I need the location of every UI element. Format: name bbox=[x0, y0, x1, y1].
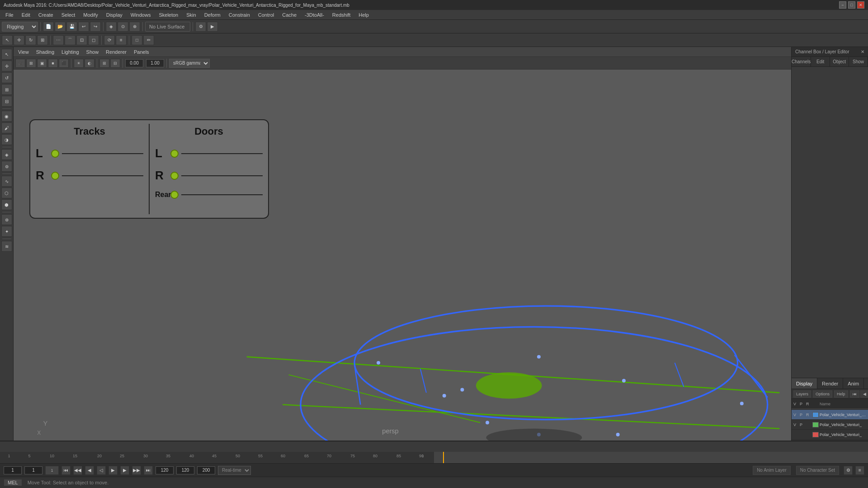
sculpt-left[interactable]: ◑ bbox=[1, 134, 12, 145]
history-button[interactable]: ⟳ bbox=[104, 35, 115, 45]
vp-menu-shading[interactable]: Shading bbox=[34, 49, 56, 55]
pb-go-end[interactable]: ⏭ bbox=[144, 466, 153, 475]
layers-menu-btn[interactable]: Layers bbox=[793, 390, 811, 398]
vp-hud-button[interactable]: ⊟ bbox=[110, 59, 120, 68]
menu-windows[interactable]: Windows bbox=[127, 11, 155, 19]
vp-menu-lighting[interactable]: Lighting bbox=[60, 49, 81, 55]
options-menu-btn[interactable]: Options bbox=[813, 390, 832, 398]
range-end-input[interactable] bbox=[176, 466, 194, 474]
vp-menu-renderer[interactable]: Renderer bbox=[104, 49, 128, 55]
no-anim-layer-btn[interactable]: No Anim Layer bbox=[753, 466, 791, 475]
vp-grid-button[interactable]: ⊞ bbox=[99, 59, 109, 68]
current-frame-input[interactable] bbox=[4, 466, 22, 474]
transform-tool-left[interactable]: ⊟ bbox=[1, 96, 12, 107]
rotate-tool-left[interactable]: ↺ bbox=[1, 72, 12, 83]
vp-menu-panels[interactable]: Panels bbox=[132, 49, 151, 55]
layer-row-1[interactable]: V P Polar_Vehicle_Venturi_ bbox=[792, 420, 868, 430]
joint-tool-left[interactable]: ✦ bbox=[1, 226, 12, 237]
scale-tool-left[interactable]: ⊞ bbox=[1, 84, 12, 95]
timeline[interactable]: 1 5 10 15 20 25 30 35 40 45 50 55 60 65 … bbox=[0, 441, 868, 463]
tab-edit[interactable]: Edit bbox=[811, 57, 830, 66]
move-tool-button[interactable]: ✛ bbox=[14, 35, 24, 45]
menu-select[interactable]: Select bbox=[58, 11, 79, 19]
end-frame-input[interactable] bbox=[156, 466, 174, 474]
save-button[interactable]: 💾 bbox=[66, 22, 77, 32]
vp-shade-button[interactable]: ■ bbox=[48, 59, 58, 68]
extra-tool-left[interactable]: ≋ bbox=[1, 241, 12, 252]
gamma-select[interactable]: sRGB gamma bbox=[169, 59, 210, 68]
minimize-button[interactable]: − bbox=[839, 1, 846, 9]
show-hide-left[interactable]: ◈ bbox=[1, 149, 12, 160]
help-menu-btn[interactable]: Help bbox=[834, 390, 848, 398]
select-tool[interactable]: ◈ bbox=[106, 22, 117, 32]
tab-show[interactable]: Show bbox=[849, 57, 868, 66]
tracks-l-circle[interactable] bbox=[51, 150, 59, 158]
attr-editor-button[interactable]: ≡ bbox=[116, 35, 127, 45]
close-button[interactable]: ✕ bbox=[857, 1, 864, 9]
layer-0-p[interactable]: P bbox=[800, 413, 805, 417]
tab-channels[interactable]: Channels bbox=[792, 57, 811, 66]
vp-texture-button[interactable]: ⬛ bbox=[59, 59, 69, 68]
menu-cache[interactable]: Cache bbox=[278, 11, 300, 19]
new-scene-button[interactable]: 📄 bbox=[43, 22, 54, 32]
tracks-r-circle[interactable] bbox=[51, 172, 59, 180]
timeline-indicator[interactable] bbox=[443, 452, 444, 463]
move-tool-left[interactable]: ✛ bbox=[1, 61, 12, 71]
redo-button[interactable]: ↪ bbox=[90, 22, 101, 32]
max-frame-input[interactable] bbox=[197, 466, 215, 474]
pb-play-back[interactable]: ◁ bbox=[97, 466, 106, 475]
poly-tool-left[interactable]: ⬢ bbox=[1, 199, 12, 210]
doors-r-circle[interactable] bbox=[170, 172, 179, 180]
layer-0-v[interactable]: V bbox=[793, 413, 799, 417]
menu-skin[interactable]: Skin bbox=[183, 11, 199, 19]
menu-create[interactable]: Create bbox=[35, 11, 57, 19]
timeline-bar[interactable] bbox=[434, 452, 868, 463]
snap-to-curve[interactable]: ⌒ bbox=[65, 35, 75, 45]
script-mode[interactable]: MEL bbox=[4, 479, 22, 486]
menu-skeleton[interactable]: Skeleton bbox=[155, 11, 182, 19]
mode-dropdown[interactable]: Rigging bbox=[2, 22, 38, 32]
undo-button[interactable]: ↩ bbox=[78, 22, 89, 32]
vp-xray-button[interactable]: ⊠ bbox=[26, 59, 36, 68]
menu-help[interactable]: Help bbox=[355, 11, 373, 19]
tab-anim[interactable]: Anim bbox=[843, 378, 864, 389]
doors-l-circle[interactable] bbox=[170, 150, 179, 158]
right-panel-close[interactable]: ✕ bbox=[861, 49, 864, 54]
menu-3dtoa[interactable]: -3DtoAll- bbox=[301, 11, 328, 19]
layer-0-r[interactable]: R bbox=[806, 413, 811, 417]
pb-next-key[interactable]: ▶▶ bbox=[132, 466, 141, 475]
menu-control[interactable]: Control bbox=[255, 11, 278, 19]
vp-menu-view[interactable]: View bbox=[16, 49, 31, 55]
vp-shadow-button[interactable]: ◐ bbox=[85, 59, 94, 68]
select-tool-left[interactable]: ↖ bbox=[1, 49, 12, 60]
layer-1-color[interactable] bbox=[812, 422, 819, 427]
playback-extra-2[interactable]: ≡ bbox=[855, 466, 864, 475]
curve-tool-left[interactable]: ∿ bbox=[1, 176, 12, 187]
snap-to-point[interactable]: ⊡ bbox=[76, 35, 87, 45]
isolate-left[interactable]: ⊚ bbox=[1, 161, 12, 172]
pb-next-frame[interactable]: ▶ bbox=[120, 466, 129, 475]
select-mode-button[interactable]: ↖ bbox=[2, 35, 13, 45]
quick-sel-button[interactable]: □ bbox=[132, 35, 142, 45]
playback-extra-1[interactable]: ⚙ bbox=[844, 466, 853, 475]
start-frame-input[interactable] bbox=[24, 466, 42, 474]
no-char-set-btn[interactable]: No Character Set bbox=[796, 466, 839, 475]
maximize-button[interactable]: □ bbox=[848, 1, 855, 9]
snap-to-surface[interactable]: ◻ bbox=[88, 35, 99, 45]
canvas-area[interactable]: Tracks L R bbox=[14, 70, 791, 441]
render-button[interactable]: ▶ bbox=[207, 22, 218, 32]
doors-rear-circle[interactable] bbox=[170, 191, 179, 199]
layer-1-v[interactable]: V bbox=[793, 422, 799, 427]
menu-deform[interactable]: Deform bbox=[201, 11, 224, 19]
layer-nav-first[interactable]: ⏮ bbox=[850, 390, 859, 398]
paint-button[interactable]: ✏ bbox=[143, 35, 154, 45]
surface-tool-left[interactable]: ⬡ bbox=[1, 188, 12, 198]
vp-cam-button[interactable]: 🎥 bbox=[15, 59, 25, 68]
tab-object[interactable]: Object bbox=[830, 57, 849, 66]
rigging-tool-left[interactable]: ⊛ bbox=[1, 214, 12, 225]
vp-far-clip-input[interactable] bbox=[146, 59, 164, 67]
rotate-tool-button[interactable]: ↻ bbox=[25, 35, 36, 45]
menu-edit[interactable]: Edit bbox=[18, 11, 34, 19]
pb-play-fwd[interactable]: ▶ bbox=[108, 466, 118, 475]
layer-row-0[interactable]: V P R Polar_Vehicle_Venturi_Antar bbox=[792, 410, 868, 420]
